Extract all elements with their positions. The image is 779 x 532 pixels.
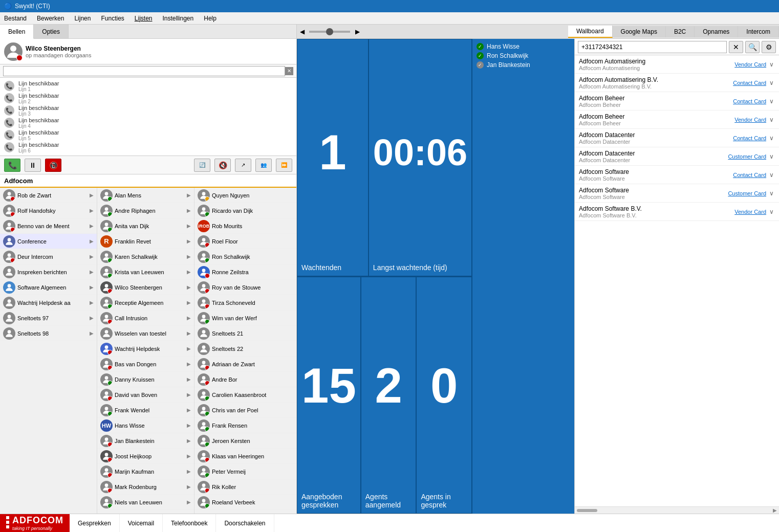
- nav-voicemail[interactable]: Voicemail: [120, 514, 163, 533]
- c3-sneltoets22[interactable]: Sneltoets 22: [194, 341, 296, 357]
- phone-search-button[interactable]: 🔍: [745, 41, 760, 53]
- c2-wachtrij-helpdesk[interactable]: Wachtrij Helpdesk▶: [97, 341, 194, 357]
- c2-wilco[interactable]: Wilco Steenbergen▶: [97, 280, 194, 295]
- expand-2[interactable]: ∨: [768, 97, 775, 106]
- hangup-button[interactable]: 📵: [45, 159, 61, 172]
- contact-conference[interactable]: Conference ▶: [0, 234, 97, 249]
- c3-ron[interactable]: Ron Schalkwijk: [194, 249, 296, 264]
- line-item-4[interactable]: 📞 Lijn beschikbaar Lijn 4: [0, 117, 296, 129]
- tab-opties[interactable]: Opties: [34, 25, 69, 38]
- c2-jan[interactable]: Jan Blankestein▶: [97, 433, 194, 449]
- customer-card-5[interactable]: Customer Card: [728, 153, 766, 160]
- phone-clear-button[interactable]: ✕: [729, 41, 743, 53]
- nav-gesprekken[interactable]: Gesprekken: [70, 514, 120, 533]
- line-item-3[interactable]: 📞 Lijn beschikbaar Lijn 3: [0, 104, 296, 117]
- tab-wallboard[interactable]: Wallboard: [568, 26, 613, 38]
- menu-lijnen[interactable]: Lijnen: [72, 14, 93, 23]
- line-item-6[interactable]: 📞 Lijn beschikbaar Lijn 6: [0, 141, 296, 153]
- toggle-button[interactable]: 🔄: [194, 159, 210, 172]
- vendor-card-3[interactable]: Vendor Card: [734, 117, 766, 123]
- c3-ricardo[interactable]: Ricardo van Dijk: [194, 203, 296, 218]
- contact-sneltoets98[interactable]: Sneltoets 98 ▶: [0, 326, 97, 341]
- c3-roel[interactable]: Roel Floor: [194, 234, 296, 249]
- contact-rob-de-zwart[interactable]: Rob de Zwart ▶: [0, 188, 97, 203]
- c2-alan[interactable]: Alan Mens▶: [97, 188, 194, 203]
- nav-arrow-right[interactable]: ▶: [773, 507, 777, 513]
- c2-krista[interactable]: Krista van Leeuwen▶: [97, 264, 194, 280]
- c2-david[interactable]: David van Boven▶: [97, 387, 194, 403]
- phone-settings-button[interactable]: ⚙: [762, 41, 776, 53]
- c3-ronne[interactable]: Ronne Zeilstra: [194, 264, 296, 280]
- contact-card-6[interactable]: Contact Card: [733, 172, 766, 178]
- tab-google-maps[interactable]: Google Maps: [613, 26, 666, 37]
- menu-lijsten[interactable]: Lijsten: [133, 14, 155, 23]
- c3-rik[interactable]: Rik Koller: [194, 479, 296, 495]
- c2-bas[interactable]: Bas van Dongen▶: [97, 357, 194, 372]
- menu-bestand[interactable]: Bestand: [2, 14, 29, 23]
- c2-karen[interactable]: Karen Schalkwijk▶: [97, 249, 194, 264]
- contact-deur-intercom[interactable]: Deur Intercom ▶: [0, 249, 97, 264]
- contact-card-4[interactable]: Contact Card: [733, 135, 766, 141]
- transfer-button[interactable]: ↗: [235, 159, 251, 172]
- c3-klaas[interactable]: Klaas van Heeringen: [194, 449, 296, 464]
- menu-bewerken[interactable]: Bewerken: [35, 14, 66, 23]
- expand-6[interactable]: ∨: [768, 170, 775, 180]
- expand-5[interactable]: ∨: [768, 152, 775, 161]
- expand-1[interactable]: ∨: [768, 78, 775, 87]
- c2-franklin[interactable]: RFranklin Revet▶: [97, 234, 194, 249]
- c2-mark[interactable]: Mark Rodenburg▶: [97, 479, 194, 495]
- c3-carolien[interactable]: Carolien Kaasenbroot: [194, 387, 296, 403]
- expand-7[interactable]: ∨: [768, 189, 775, 198]
- c3-quyen[interactable]: Quyen Nguyen: [194, 188, 296, 203]
- nav-telefoonboek[interactable]: Telefoonboek: [163, 514, 216, 533]
- expand-0[interactable]: ∨: [768, 60, 775, 69]
- contact-wachtrij-helpdesk-aa[interactable]: Wachtrij Helpdesk aa ▶: [0, 295, 97, 311]
- customer-card-7[interactable]: Customer Card: [728, 190, 766, 196]
- vol-left-arrow[interactable]: ◀: [297, 27, 307, 37]
- h-scroll-thumb[interactable]: [577, 509, 597, 512]
- nav-doorschakelen[interactable]: Doorschakelen: [216, 514, 274, 533]
- contact-rolf-handofsky[interactable]: Rolf Handofsky ▶: [0, 203, 97, 218]
- c3-roy[interactable]: Roy van de Stouwe: [194, 280, 296, 295]
- contact-card-1[interactable]: Contact Card: [733, 80, 766, 86]
- c2-danny[interactable]: Danny Kruissen▶: [97, 372, 194, 387]
- volume-slider-track[interactable]: [309, 31, 350, 33]
- forward-button[interactable]: ⏩: [276, 159, 292, 172]
- c3-roeland[interactable]: Roeland Verbeek: [194, 495, 296, 510]
- line-item-5[interactable]: 📞 Lijn beschikbaar Lijn 5: [0, 129, 296, 141]
- c3-jeroen[interactable]: Jeroen Kersten: [194, 433, 296, 449]
- c3-wim[interactable]: Wim van der Werf: [194, 311, 296, 326]
- tab-bellen[interactable]: Bellen: [0, 25, 34, 39]
- tab-b2c[interactable]: B2C: [666, 26, 695, 37]
- contact-card-2[interactable]: Contact Card: [733, 98, 766, 104]
- mute-button[interactable]: 🔇: [214, 159, 231, 172]
- c2-call-intrusion[interactable]: Call Intrusion▶: [97, 311, 194, 326]
- call-button[interactable]: 📞: [4, 159, 20, 172]
- c3-andre-bor[interactable]: Andre Bor: [194, 372, 296, 387]
- c3-chris[interactable]: Chris van der Poel: [194, 403, 296, 418]
- menu-functies[interactable]: Functies: [99, 14, 126, 23]
- volume-slider-thumb[interactable]: [326, 28, 333, 35]
- c3-sneltoets21[interactable]: Sneltoets 21: [194, 326, 296, 341]
- search-clear-button[interactable]: ✕: [285, 67, 293, 75]
- vendor-card-0[interactable]: Vendor Card: [734, 61, 766, 68]
- c3-tirza[interactable]: Tirza Schoneveld: [194, 295, 296, 311]
- phone-scrollbar-h[interactable]: ▶: [575, 506, 779, 514]
- line-item-1[interactable]: 📞 Lijn beschikbaar Lijn 1: [0, 80, 296, 92]
- conference-button[interactable]: 👥: [255, 159, 272, 172]
- tab-intercom[interactable]: Intercom: [738, 26, 779, 37]
- line-item-2[interactable]: 📞 Lijn beschikbaar Lijn 2: [0, 92, 296, 104]
- tab-opnames[interactable]: Opnames: [695, 26, 738, 37]
- contact-inspreken[interactable]: Inspreken berichten ▶: [0, 264, 97, 280]
- expand-4[interactable]: ∨: [768, 134, 775, 143]
- c3-peter[interactable]: Peter Vermeij: [194, 464, 296, 479]
- c3-adriaan[interactable]: Adriaan de Zwart: [194, 357, 296, 372]
- c2-anita[interactable]: Anita van Dijk▶: [97, 218, 194, 234]
- c3-rob-mourits[interactable]: iROBRob Mourits: [194, 218, 296, 234]
- vendor-card-8[interactable]: Vendor Card: [734, 209, 766, 215]
- c3-frank-rensen[interactable]: Frank Rensen: [194, 418, 296, 433]
- c2-wisselen[interactable]: Wisselen van toestel▶: [97, 326, 194, 341]
- contact-benno[interactable]: Benno van de Meent ▶: [0, 218, 97, 234]
- hold-button[interactable]: ⏸: [25, 159, 41, 172]
- expand-8[interactable]: ∨: [768, 207, 775, 216]
